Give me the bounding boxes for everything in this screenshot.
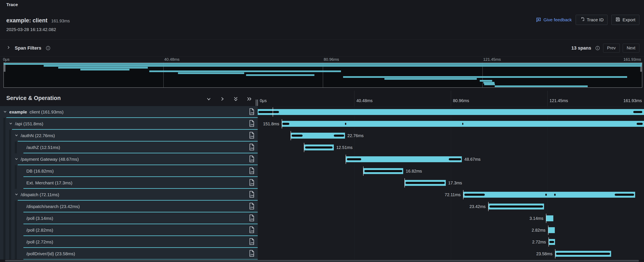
- timeline-gridline: [354, 177, 354, 189]
- span-timeline-cell[interactable]: 151.8ms: [258, 118, 644, 130]
- span-row[interactable]: /api (151.8ms)LOG151.8ms: [0, 118, 644, 130]
- collapse-all-double-chevron-down-icon[interactable]: [232, 96, 239, 102]
- span-timeline-cell[interactable]: 2.82ms: [258, 224, 644, 236]
- row-collapse-chevron-icon[interactable]: [14, 157, 18, 162]
- collapse-one-chevron-down-icon[interactable]: [206, 96, 212, 102]
- span-timeline-cell[interactable]: 48.67ms: [258, 153, 644, 165]
- span-name-cell[interactable]: /pollDriver/{id} (23.58ms)LOG: [0, 248, 258, 260]
- row-collapse-chevron-icon[interactable]: [3, 110, 7, 114]
- span-timeline-cell[interactable]: 23.58ms: [258, 248, 644, 260]
- span-name-cell[interactable]: /poll (2.82ms)LOG: [0, 224, 258, 236]
- log-icon[interactable]: LOG: [249, 108, 255, 116]
- trace-minimap[interactable]: [3, 62, 642, 88]
- indent-guide: [9, 224, 11, 236]
- indent-guide: [9, 212, 11, 224]
- span-filters-title[interactable]: Span Filters: [15, 45, 41, 51]
- timeline-gridline: [354, 189, 354, 200]
- give-feedback-link[interactable]: Give feedback: [536, 17, 572, 22]
- timeline-gridline: [451, 224, 451, 236]
- timeline-gridline: [451, 130, 451, 142]
- span-duration-label: 16.82ms: [406, 169, 422, 174]
- horizontal-scrollbar[interactable]: [0, 260, 644, 262]
- expand-one-chevron-right-icon[interactable]: [219, 96, 226, 102]
- next-span-button[interactable]: Next: [623, 44, 639, 52]
- timeline-gridline: [548, 200, 548, 212]
- timeline-gridline: [354, 236, 354, 248]
- log-icon[interactable]: LOG: [249, 167, 255, 175]
- span-filters-expand-chevron-icon[interactable]: [6, 45, 10, 51]
- span-name-cell[interactable]: /api (151.8ms)LOG: [0, 118, 258, 130]
- span-row[interactable]: /dispatch/search (23.42ms)LOG23.42ms: [0, 200, 644, 212]
- span-timeline-cell[interactable]: 3.14ms: [258, 212, 644, 224]
- span-row[interactable]: Ext. Merchant (17.3ms)LOG17.3ms: [0, 177, 644, 189]
- span-name-cell[interactable]: /poll (2.72ms)LOG: [0, 236, 258, 248]
- minimap-span-bar: [343, 76, 627, 78]
- span-row[interactable]: /pollDriver/{id} (23.58ms)LOG23.58ms: [0, 248, 644, 260]
- indent-guide: [9, 130, 11, 142]
- trace-name: example: client: [6, 17, 48, 24]
- log-icon[interactable]: LOG: [249, 155, 255, 163]
- log-icon[interactable]: LOG: [249, 202, 255, 210]
- span-row[interactable]: /poll (2.82ms)LOG2.82ms: [0, 224, 644, 236]
- span-row[interactable]: exampleclient (161.93ms)LOG: [0, 106, 644, 118]
- span-timeline-cell[interactable]: 23.42ms: [258, 200, 644, 212]
- timeline-gridline: [548, 91, 548, 106]
- span-name-cell[interactable]: /dispatch (72.11ms)LOG: [0, 189, 258, 200]
- span-row[interactable]: /payment Gateway (48.67ms)LOG48.67ms: [0, 153, 644, 165]
- span-timeline-cell[interactable]: [258, 106, 644, 118]
- log-icon[interactable]: LOG: [249, 132, 255, 140]
- log-icon[interactable]: LOG: [249, 120, 255, 128]
- span-name-cell[interactable]: /authZ (12.51ms)LOG: [0, 142, 258, 153]
- svg-text:LOG: LOG: [250, 218, 254, 220]
- span-name-cell[interactable]: DB (16.82ms)LOG: [0, 165, 258, 177]
- scrollbar-thumb[interactable]: [5, 260, 639, 262]
- critical-path-segment: [490, 206, 543, 208]
- log-icon[interactable]: LOG: [249, 214, 255, 222]
- log-icon[interactable]: LOG: [249, 144, 255, 152]
- span-row[interactable]: /poll (3.14ms)LOG3.14ms: [0, 212, 644, 224]
- span-timeline-cell[interactable]: 72.11ms: [258, 189, 644, 200]
- row-collapse-chevron-icon[interactable]: [14, 192, 18, 197]
- span-bar[interactable]: [463, 192, 635, 198]
- row-collapse-chevron-icon[interactable]: [14, 133, 18, 138]
- span-name-cell[interactable]: /dispatch/search (23.42ms)LOG: [0, 200, 258, 212]
- indent-guide: [3, 153, 6, 165]
- span-bar[interactable]: [346, 156, 462, 162]
- expand-all-double-chevron-right-icon[interactable]: [246, 96, 252, 102]
- indent-guide: [3, 118, 6, 130]
- log-icon[interactable]: LOG: [249, 238, 255, 246]
- prev-span-button[interactable]: Prev: [603, 44, 620, 52]
- span-start-tick: [404, 178, 405, 188]
- span-row[interactable]: /dispatch (72.11ms)LOG72.11ms: [0, 189, 644, 200]
- span-name-cell[interactable]: /authN (22.76ms)LOG: [0, 130, 258, 142]
- span-filters-info-icon[interactable]: [46, 46, 50, 51]
- span-timeline-cell[interactable]: 2.72ms: [258, 236, 644, 248]
- span-bar[interactable]: [548, 227, 555, 233]
- span-label: /authZ (12.51ms): [26, 145, 60, 150]
- log-icon[interactable]: LOG: [249, 191, 255, 199]
- span-bar[interactable]: [258, 109, 644, 115]
- log-icon[interactable]: LOG: [249, 226, 255, 234]
- span-start-tick: [546, 214, 546, 223]
- log-icon[interactable]: LOG: [249, 179, 255, 187]
- span-timeline-cell[interactable]: 16.82ms: [258, 165, 644, 177]
- span-bar[interactable]: [546, 216, 554, 221]
- span-name-cell[interactable]: Ext. Merchant (17.3ms)LOG: [0, 177, 258, 189]
- span-row[interactable]: /authN (22.76ms)LOG22.76ms: [0, 130, 644, 142]
- timeline-gridline: [354, 212, 354, 224]
- span-name-cell[interactable]: /payment Gateway (48.67ms)LOG: [0, 153, 258, 165]
- span-row[interactable]: DB (16.82ms)LOG16.82ms: [0, 165, 644, 177]
- span-name-cell[interactable]: /poll (3.14ms)LOG: [0, 212, 258, 224]
- span-timeline-cell[interactable]: 17.3ms: [258, 177, 644, 189]
- export-button[interactable]: Export: [611, 15, 639, 25]
- log-icon[interactable]: LOG: [249, 250, 255, 258]
- span-name-cell[interactable]: exampleclient (161.93ms)LOG: [0, 106, 258, 118]
- span-row[interactable]: /poll (2.72ms)LOG2.72ms: [0, 236, 644, 248]
- span-timeline-cell[interactable]: 22.76ms: [258, 130, 644, 142]
- row-collapse-chevron-icon[interactable]: [9, 121, 13, 126]
- operation-name: /payment Gateway (48.67ms): [21, 157, 79, 162]
- spans-count-info-icon[interactable]: [595, 46, 600, 51]
- trace-id-button[interactable]: Trace ID: [576, 15, 608, 25]
- span-row[interactable]: /authZ (12.51ms)LOG12.51ms: [0, 142, 644, 153]
- span-timeline-cell[interactable]: 12.51ms: [258, 142, 644, 153]
